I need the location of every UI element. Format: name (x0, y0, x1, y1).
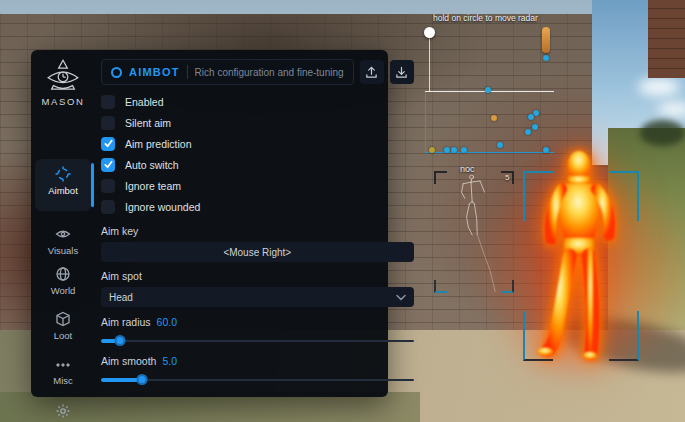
import-config-button[interactable] (390, 60, 414, 84)
section-title: AIMBOT (129, 66, 180, 78)
aim-spot-value: Head (109, 292, 396, 303)
aim-radius-value: 60.0 (157, 316, 177, 328)
checkbox-ignore-wounded[interactable]: Ignore wounded (101, 196, 414, 217)
radar-dot-blue (525, 129, 531, 135)
checkbox-label: Aim prediction (125, 138, 192, 150)
cheat-menu-window: MASON Aimbot Visuals World (31, 50, 388, 397)
checkbox-label: Ignore wounded (125, 201, 200, 213)
ellipsis-icon (55, 358, 71, 372)
checkbox-icon (101, 179, 115, 193)
player-box-corner (609, 311, 639, 361)
export-config-button[interactable] (360, 60, 384, 84)
radar-handle-line (429, 37, 430, 92)
orange-marker-pin (542, 27, 550, 53)
sidebar-item-loot[interactable]: Loot (31, 311, 95, 341)
slider-handle[interactable] (114, 335, 125, 346)
radar-dot-blue (451, 147, 457, 153)
radar-panel[interactable] (425, 92, 554, 153)
aim-smooth-label: Aim smooth (101, 355, 156, 367)
radar-dot-blue (543, 55, 549, 61)
checkbox-aim-prediction[interactable]: Aim prediction (101, 133, 414, 154)
radar-dot-blue (533, 110, 539, 116)
sidebar-item-visuals[interactable]: Visuals (31, 226, 95, 256)
player-box-corner (523, 311, 553, 361)
checkbox-label: Silent aim (125, 117, 171, 129)
aimbot-ring-icon (111, 67, 122, 78)
sidebar-item-aimbot[interactable]: Aimbot (31, 166, 95, 196)
radar-hint-text: hold on circle to move radar (433, 13, 538, 23)
menu-content: AIMBOT Rich configuration and fine-tunin… (95, 50, 427, 397)
cloud (658, 102, 685, 116)
crosshair-icon (55, 166, 71, 182)
sidebar-item-world[interactable]: World (31, 266, 95, 296)
radar-dot-yellow (429, 147, 435, 153)
sidebar-item-label: Aimbot (48, 185, 78, 196)
sidebar-item-label: Misc (53, 375, 73, 386)
aim-spot-label: Aim spot (101, 270, 414, 282)
aim-smooth-slider[interactable] (101, 374, 414, 385)
checkbox-icon (101, 116, 115, 130)
radar-dot-orange (491, 115, 497, 121)
radar-dot-blue (444, 147, 450, 153)
section-subtitle: Rich configuration and fine-tuning (195, 67, 344, 78)
slider-track (101, 379, 414, 381)
checkbox-icon (101, 158, 115, 172)
cloud (638, 78, 680, 96)
checkbox-icon (101, 200, 115, 214)
trees (640, 120, 685, 146)
checkbox-label: Auto switch (125, 159, 179, 171)
aim-radius-label: Aim radius (101, 316, 151, 328)
checkbox-icon (101, 137, 115, 151)
aim-key-button[interactable]: <Mouse Right> (101, 242, 414, 262)
sidebar-item-label: Visuals (48, 245, 78, 256)
download-icon (395, 66, 408, 79)
game-screen: hold on circle to move radar noc 5 (0, 0, 685, 422)
radar-dot-blue (497, 142, 503, 148)
checkbox-icon (101, 95, 115, 109)
checkbox-list: Enabled Silent aim Aim prediction Auto s… (101, 91, 414, 217)
checkbox-ignore-team[interactable]: Ignore team (101, 175, 414, 196)
radar-dot-blue (528, 114, 534, 120)
checkbox-enabled[interactable]: Enabled (101, 91, 414, 112)
aim-smooth-value: 5.0 (162, 355, 177, 367)
brand: MASON (31, 58, 95, 107)
section-header: AIMBOT Rich configuration and fine-tunin… (101, 59, 354, 85)
radar-drag-handle[interactable] (424, 27, 435, 38)
radar-dot-blue (485, 87, 491, 93)
checkbox-label: Ignore team (125, 180, 181, 192)
sidebar: MASON Aimbot Visuals World (31, 50, 95, 397)
chevron-down-icon (396, 294, 406, 301)
player-box-corner (609, 171, 639, 221)
gear-icon (55, 403, 71, 419)
mason-logo-icon (42, 58, 84, 94)
radar-dot-blue (543, 147, 549, 153)
eye-icon (55, 226, 71, 242)
header-divider (187, 65, 188, 79)
loot-box-icon (55, 311, 71, 327)
upload-icon (365, 66, 378, 79)
slider-track (101, 340, 414, 342)
checkbox-silent-aim[interactable]: Silent aim (101, 112, 414, 133)
sidebar-item-label: World (51, 285, 76, 296)
radar-dot-blue (532, 124, 538, 130)
aim-key-label: Aim key (101, 225, 414, 237)
brick-pillar (648, 0, 685, 78)
player-box-corner (523, 171, 553, 221)
checkbox-label: Enabled (125, 96, 164, 108)
skeleton-esp (430, 172, 525, 392)
checkbox-auto-switch[interactable]: Auto switch (101, 154, 414, 175)
sidebar-item-label: Loot (54, 330, 73, 341)
slider-handle[interactable] (136, 374, 147, 385)
sidebar-item-misc[interactable]: Misc (31, 358, 95, 386)
aim-spot-dropdown[interactable]: Head (101, 287, 414, 307)
aim-radius-slider[interactable] (101, 335, 414, 346)
sidebar-item-settings[interactable]: Settings (31, 403, 95, 422)
radar-dot-blue (461, 147, 467, 153)
brand-name: MASON (42, 96, 85, 107)
globe-icon (55, 266, 71, 282)
